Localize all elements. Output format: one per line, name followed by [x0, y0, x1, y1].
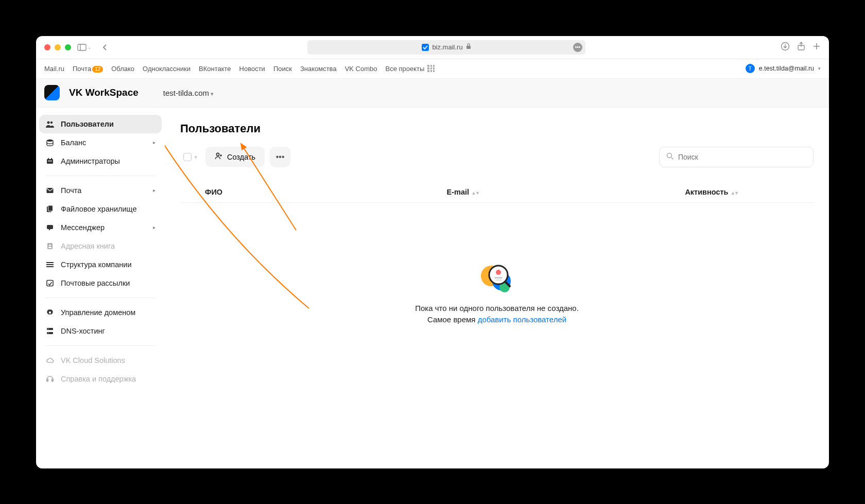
svg-rect-11 [51, 158, 52, 160]
window-controls [44, 44, 71, 50]
sidebar-item-label: Справка и поддержка [61, 375, 136, 383]
empty-text: Пока что ни одного пользователя не созда… [415, 303, 579, 326]
create-button[interactable]: Создать [205, 147, 265, 167]
brand-title: VK WorkSpace [69, 87, 139, 98]
empty-state: Пока что ни одного пользователя не созда… [180, 259, 814, 326]
nav-news[interactable]: Новости [239, 65, 265, 73]
sidebar-item-files[interactable]: Файловое хранилище [39, 200, 162, 218]
sidebar-item-admins[interactable]: Администраторы [39, 152, 162, 170]
users-icon [45, 120, 55, 128]
workspace-logo [44, 85, 60, 100]
reader-button[interactable]: ••• [573, 43, 582, 52]
sidebar-item-balance[interactable]: Баланс▸ [39, 133, 162, 152]
address-field[interactable]: biz.mail.ru ••• [307, 40, 585, 55]
chevron-right-icon: ▸ [153, 140, 155, 145]
sidebar-item-messenger[interactable]: Мессенджер▸ [39, 218, 162, 237]
sidebar-toggle-icon[interactable]: ⌄ [77, 41, 92, 54]
sidebar-item-org[interactable]: Структура компании [39, 255, 162, 274]
sidebar-item-newsletter[interactable]: Почтовые рассылки [39, 274, 162, 292]
select-all[interactable]: ▾ [180, 150, 200, 164]
svg-rect-29 [52, 379, 54, 381]
svg-rect-15 [48, 205, 53, 211]
org-icon [45, 260, 55, 269]
sidebar-item-label: Мессенджер [61, 223, 105, 232]
mail-icon [45, 186, 55, 195]
svg-point-26 [48, 328, 49, 329]
new-tab-icon[interactable] [812, 42, 821, 53]
close-window-button[interactable] [44, 44, 50, 50]
svg-point-18 [49, 244, 51, 246]
mail-badge: 12 [92, 66, 103, 73]
page-title: Пользователи [180, 122, 814, 135]
sidebar-item-mail[interactable]: Почта▸ [39, 181, 162, 200]
contacts-icon [45, 242, 55, 250]
appbar: VK WorkSpace test-tilda.com [36, 79, 829, 108]
nav-cloud[interactable]: Облако [111, 65, 134, 73]
sidebar-item-cloud: VK Cloud Solutions [39, 351, 162, 370]
empty-line2: Самое время добавить пользователей [415, 314, 579, 326]
sidebar-item-label: VK Cloud Solutions [61, 356, 125, 364]
svg-point-31 [667, 153, 672, 158]
search-field[interactable] [659, 147, 814, 167]
sidebar-item-dns[interactable]: DNS-хостинг [39, 322, 162, 340]
sidebar-separator [45, 345, 155, 346]
titlebar-right [781, 42, 821, 53]
user-plus-icon [215, 152, 223, 162]
nav-mailru[interactable]: Mail.ru [44, 65, 64, 73]
sidebar-item-label: Баланс [61, 138, 86, 147]
sidebar-item-gear[interactable]: Управление доменом [39, 303, 162, 322]
more-button[interactable]: ••• [270, 147, 290, 167]
minimize-window-button[interactable] [55, 44, 61, 50]
table-header: ФИО E-mail▲▾ Активность▲▾ [180, 182, 814, 203]
sidebar-item-label: Управление доменом [61, 308, 135, 317]
empty-line1: Пока что ни одного пользователя не созда… [415, 303, 579, 315]
add-users-link[interactable]: добавить пользователей [478, 315, 566, 324]
downloads-icon[interactable] [781, 42, 790, 53]
nav-allprojects[interactable]: Все проекты [386, 65, 435, 73]
nav-combo[interactable]: VK Combo [345, 65, 377, 73]
sidebar-item-label: Адресная книга [61, 242, 115, 250]
url-host: biz.mail.ru [432, 43, 462, 51]
chevron-down-icon: ▾ [818, 66, 821, 71]
col-fio[interactable]: ФИО [183, 188, 447, 196]
sidebar-item-help: Справка и поддержка [39, 370, 162, 388]
svg-point-23 [49, 311, 51, 313]
sidebar-separator [45, 298, 155, 298]
help-icon [45, 375, 55, 383]
account-menu[interactable]: T e.test.tilda@mail.ru ▾ [746, 64, 821, 73]
back-button[interactable] [98, 41, 112, 54]
maximize-window-button[interactable] [65, 44, 71, 50]
dns-icon [45, 327, 55, 335]
chevron-right-icon: ▸ [153, 224, 155, 230]
sidebar-item-label: Пользователи [61, 120, 114, 128]
svg-rect-19 [46, 264, 54, 265]
svg-rect-0 [78, 44, 86, 50]
sidebar-item-label: Администраторы [61, 157, 120, 165]
sort-icon: ▲▾ [471, 190, 479, 196]
svg-point-30 [216, 153, 219, 155]
site-icon [422, 44, 429, 51]
sidebar-item-label: Почтовые рассылки [61, 279, 130, 287]
domain-selector[interactable]: test-tilda.com [163, 89, 214, 97]
gear-icon [45, 308, 55, 317]
cloud-icon [45, 356, 55, 364]
main: ПользователиБаланс▸АдминистраторыПочта▸Ф… [36, 108, 829, 468]
col-email[interactable]: E-mail▲▾ [447, 188, 685, 196]
search-input[interactable] [678, 153, 807, 161]
search-icon [666, 152, 674, 162]
sidebar-item-users[interactable]: Пользователи [39, 115, 162, 133]
dots-icon: ••• [276, 152, 285, 162]
admins-icon [45, 157, 55, 165]
nav-dating[interactable]: Знакомства [300, 65, 337, 73]
nav-vk[interactable]: ВКонтакте [199, 65, 231, 73]
share-icon[interactable] [797, 42, 805, 53]
chevron-right-icon: ▸ [153, 187, 155, 193]
svg-point-6 [47, 121, 50, 124]
sidebar-item-label: Файловое хранилище [61, 205, 136, 213]
col-activity[interactable]: Активность▲▾ [685, 188, 810, 196]
nav-mail[interactable]: Почта12 [73, 65, 103, 73]
svg-rect-2 [422, 44, 429, 51]
messenger-icon [45, 223, 55, 232]
nav-search[interactable]: Поиск [273, 65, 292, 73]
nav-ok[interactable]: Одноклассники [143, 65, 191, 73]
